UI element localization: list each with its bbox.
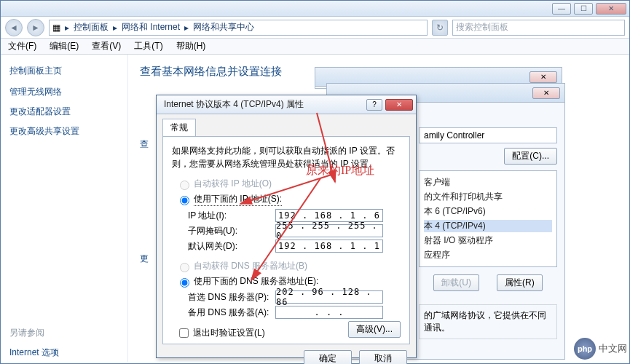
menu-tools[interactable]: 工具(T) [134,40,162,52]
breadcrumb-seg3[interactable]: 网络和共享中心 [193,21,254,33]
adapter-name-box: amily Controller [419,127,557,143]
dialog-tabs: 常规 [162,119,416,136]
configure-button[interactable]: 配置(C)... [504,148,557,165]
cancel-button[interactable]: 取消 [359,350,407,364]
net-item-ipv4[interactable]: 本 4 (TCP/IPv4) [424,220,552,232]
window-titlebar: — ☐ ✕ [1,1,629,17]
input-mask[interactable]: 255 . 255 . 255 . 0 [275,224,383,237]
checkbox-validate-input[interactable] [179,328,189,338]
input-dns1[interactable]: 202 . 96 . 128 . 86 [275,290,383,304]
sidebar: 控制面板主页 管理无线网络 更改适配器设置 更改高级共享设置 另请参阅 Inte… [1,55,128,362]
sidebar-link-sharing[interactable]: 更改高级共享设置 [9,125,119,138]
menu-file[interactable]: 文件(F) [8,40,36,52]
radio-manual-ip-label: 使用下面的 IP 地址(S): [194,193,282,206]
input-dns2[interactable]: . . . [275,306,383,319]
forward-button[interactable]: ► [27,19,44,36]
sidebar-link-wireless[interactable]: 管理无线网络 [9,86,119,98]
php-logo-icon: php [574,338,596,360]
net-item-responder[interactable]: 应程序 [424,249,552,261]
adapter-properties-fragment: amily Controller 配置(C)... 客户端 的文件和打印机共享 … [419,127,557,339]
menu-bar: 文件(F) 编辑(E) 查看(V) 工具(T) 帮助(H) [1,39,629,55]
radio-auto-ip-label: 自动获得 IP 地址(O) [194,178,272,190]
radio-manual-dns-input[interactable] [180,278,189,288]
minimize-button[interactable]: — [552,3,571,15]
radio-auto-dns-input [180,263,189,272]
ipv4-properties-dialog: Internet 协议版本 4 (TCP/IPv4) 属性 ? ✕ 常规 如果网… [156,95,417,358]
net-item-fileprint[interactable]: 的文件和打印机共享 [424,191,552,203]
breadcrumb-sep: ▸ [65,23,69,33]
breadcrumb-sep: ▸ [113,23,117,33]
checkbox-validate-label: 退出时验证设置(L) [193,327,265,339]
radio-manual-ip[interactable]: 使用下面的 IP 地址(S): [176,193,401,206]
dialog-button-row: 确定 取消 [157,344,416,364]
label-gateway: 默认网关(D): [188,240,275,253]
annotation-text: 原来的IP地址 [306,163,374,178]
breadcrumb-seg2[interactable]: 网络和 Internet [122,21,180,33]
radio-auto-ip-input[interactable] [180,181,189,190]
radio-manual-ip-input[interactable] [180,196,189,205]
input-gateway[interactable]: 192 . 168 . 1 . 1 [275,240,383,253]
label-dns2: 备用 DNS 服务器(A): [188,306,275,319]
net-item-driver[interactable]: 射器 I/O 驱动程序 [424,234,552,247]
dialog-close-button[interactable]: ✕ [385,99,413,111]
ok-button[interactable]: 确定 [304,350,352,364]
sidebar-link-adapter[interactable]: 更改适配器设置 [9,106,119,118]
maximize-button[interactable]: ☐ [574,3,593,15]
dialog-title: Internet 协议版本 4 (TCP/IPv4) 属性 [160,98,304,111]
breadcrumb-sep: ▸ [184,23,189,33]
label-mask: 子网掩码(U): [188,225,275,237]
close-button[interactable]: ✕ [596,3,626,15]
uninstall-button: 卸载(U) [433,274,479,291]
bg-dialog-close-icon[interactable]: ✕ [532,87,560,99]
refresh-button[interactable]: ↻ [432,20,448,36]
protocol-desc-line2: 通讯。 [424,322,552,334]
search-box[interactable]: 搜索控制面板 [452,20,625,36]
search-placeholder: 搜索控制面板 [456,21,508,33]
menu-edit[interactable]: 编辑(E) [50,40,79,52]
watermark: php 中文网 [574,338,627,360]
tab-general[interactable]: 常规 [162,119,196,136]
back-button[interactable]: ◄ [5,19,23,36]
radio-auto-dns: 自动获得 DNS 服务器地址(B) [176,260,401,272]
dialog-help-button[interactable]: ? [366,99,382,111]
radio-manual-dns[interactable]: 使用下面的 DNS 服务器地址(E): [176,275,401,288]
dialog-titlebar: Internet 协议版本 4 (TCP/IPv4) 属性 ? ✕ [157,95,416,114]
nav-toolbar: ◄ ► ▦ ▸ 控制面板 ▸ 网络和 Internet ▸ 网络和共享中心 ↻ … [1,17,629,39]
bg-dialog-close-icon[interactable]: ✕ [529,71,557,83]
radio-auto-ip[interactable]: 自动获得 IP 地址(O) [176,178,401,190]
radio-manual-dns-label: 使用下面的 DNS 服务器地址(E): [194,275,318,288]
watermark-text: 中文网 [599,342,627,355]
see-also-header: 另请参阅 [9,327,119,339]
sidebar-header[interactable]: 控制面板主页 [9,65,119,77]
label-ip: IP 地址(I): [188,210,275,222]
protocol-desc-line1: 的广域网络协议，它提供在不同 [424,309,552,322]
address-bar[interactable]: ▦ ▸ 控制面板 ▸ 网络和 Internet ▸ 网络和共享中心 [49,20,428,36]
control-panel-icon: ▦ [52,23,60,33]
adapter-name-text: amily Controller [424,130,484,141]
breadcrumb-seg1[interactable]: 控制面板 [74,21,109,33]
radio-auto-dns-label: 自动获得 DNS 服务器地址(B) [194,260,307,272]
net-item-ipv6[interactable]: 本 6 (TCP/IPv6) [424,205,552,218]
menu-help[interactable]: 帮助(H) [176,40,206,52]
advanced-button[interactable]: 高级(V)... [348,321,401,338]
properties-button[interactable]: 属性(R) [497,274,543,291]
menu-view[interactable]: 查看(V) [92,40,121,52]
label-dns1: 首选 DNS 服务器(P): [188,291,275,304]
sidebar-link-internet-options[interactable]: Internet 选项 [9,347,119,359]
net-item-client[interactable]: 客户端 [424,176,552,189]
